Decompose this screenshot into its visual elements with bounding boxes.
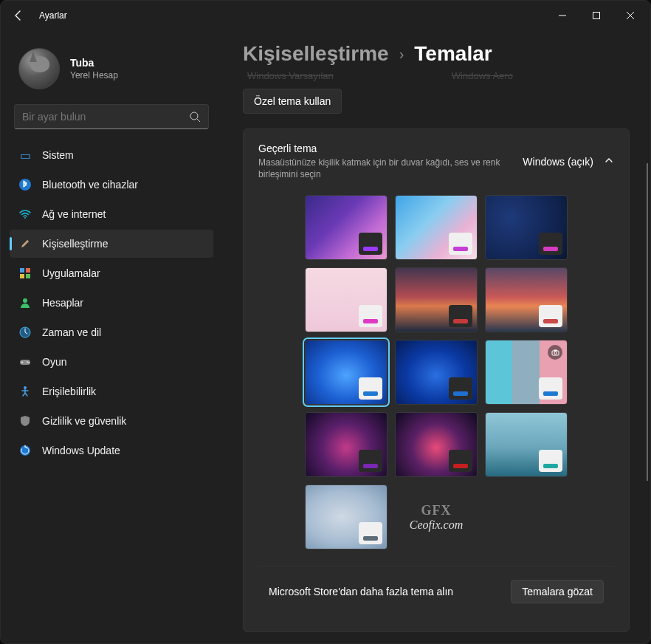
window-title: Ayarlar <box>39 10 67 21</box>
theme-tile[interactable] <box>395 195 478 260</box>
theme-tile[interactable] <box>395 412 478 477</box>
mode-badge-light <box>539 450 562 472</box>
svg-rect-15 <box>552 351 559 355</box>
theme-tile[interactable] <box>305 412 388 477</box>
nav-label: Erişilebilirlik <box>42 386 96 397</box>
theme-tile[interactable] <box>485 267 568 332</box>
nav-item-accounts[interactable]: Hesaplar <box>10 289 213 317</box>
svg-rect-4 <box>20 268 24 273</box>
mode-badge-dark <box>449 377 472 400</box>
accent-swatch <box>453 319 468 323</box>
accent-swatch <box>453 247 468 251</box>
accent-swatch <box>543 247 558 251</box>
svg-point-11 <box>27 361 28 363</box>
nav-label: Ağ ve internet <box>42 208 106 220</box>
minimize-button[interactable] <box>545 4 579 27</box>
back-button[interactable] <box>4 1 33 30</box>
breadcrumb-current: Temalar <box>414 42 492 66</box>
update-icon <box>18 444 32 457</box>
panel-footer: Microsoft Store'dan daha fazla tema alın… <box>258 566 614 617</box>
window-controls <box>545 4 647 27</box>
more-themes-text: Microsoft Store'dan daha fazla tema alın <box>269 586 453 597</box>
paintbrush-icon <box>18 237 32 250</box>
search-icon <box>189 111 201 123</box>
browse-themes-button[interactable]: Temalara gözat <box>511 580 604 603</box>
svg-point-16 <box>554 352 556 354</box>
mode-badge-light <box>359 305 382 327</box>
close-button[interactable] <box>613 4 647 27</box>
theme-tile[interactable] <box>305 267 388 332</box>
camera-icon <box>548 345 562 360</box>
theme-tile[interactable] <box>485 195 568 260</box>
system-icon: ▭ <box>18 148 32 162</box>
truncated-label: Windows Varsayılan <box>247 70 334 81</box>
mode-badge-dark <box>449 305 472 327</box>
svg-point-3 <box>24 217 26 219</box>
panel-subtitle: Masaüstünüze kişilik katmak için bir duv… <box>258 157 509 180</box>
maximize-button[interactable] <box>579 4 613 27</box>
panel-title: Geçerli tema <box>258 143 509 154</box>
watermark-bottom: Ceofix.com <box>410 518 463 532</box>
minimize-icon <box>559 12 566 19</box>
watermark-top: GFX <box>421 503 452 518</box>
theme-tile-selected[interactable] <box>305 340 388 405</box>
current-theme-panel: Geçerli tema Masaüstünüze kişilik katmak… <box>243 129 630 632</box>
gamepad-icon <box>18 355 32 369</box>
clock-globe-icon <box>18 326 32 339</box>
svg-rect-6 <box>20 274 24 278</box>
truncated-prev-row: Windows Varsayılan Windows Aero <box>247 70 630 81</box>
selected-theme-label: Windows (açık) <box>523 156 593 168</box>
accent-swatch <box>453 391 468 396</box>
nav-item-windowsupdate[interactable]: Windows Update <box>10 436 213 465</box>
svg-point-12 <box>28 362 30 363</box>
breadcrumb-parent[interactable]: Kişiselleştirme <box>243 42 389 66</box>
nav-item-timelang[interactable]: Zaman ve dil <box>10 318 213 346</box>
apps-icon <box>18 267 32 280</box>
person-icon <box>18 296 32 309</box>
mode-badge-light <box>359 522 382 544</box>
nav-label: Zaman ve dil <box>42 326 101 338</box>
search-input[interactable] <box>22 111 189 123</box>
theme-tile[interactable] <box>485 412 568 477</box>
mode-badge-light <box>359 377 382 400</box>
nav-item-network[interactable]: Ağ ve internet <box>10 200 213 228</box>
titlebar: Ayarlar <box>1 1 650 30</box>
custom-theme-button[interactable]: Özel tema kullan <box>243 89 342 114</box>
profile-block[interactable]: Tuba Yerel Hesap <box>7 42 216 101</box>
wifi-icon <box>18 208 32 221</box>
theme-tile[interactable] <box>305 195 388 260</box>
breadcrumb: Kişiselleştirme › Temalar <box>243 42 630 66</box>
nav-item-system[interactable]: ▭ Sistem <box>10 141 213 169</box>
nav-item-privacy[interactable]: Gizlilik ve güvenlik <box>10 407 213 435</box>
nav-item-gaming[interactable]: Oyun <box>10 348 213 376</box>
scrollbar[interactable] <box>647 163 648 481</box>
nav-item-personalization[interactable]: Kişiselleştirme <box>10 230 213 258</box>
svg-rect-17 <box>554 349 557 351</box>
close-icon <box>627 12 634 19</box>
svg-rect-7 <box>26 274 30 278</box>
theme-tile[interactable] <box>395 267 478 332</box>
mode-badge-dark <box>359 233 382 255</box>
panel-header[interactable]: Geçerli tema Masaüstünüze kişilik katmak… <box>258 143 614 180</box>
nav-item-accessibility[interactable]: Erişilebilirlik <box>10 377 213 405</box>
mode-badge-light <box>539 377 562 400</box>
theme-tile-spotlight[interactable] <box>485 340 568 405</box>
nav-item-apps[interactable]: Uygulamalar <box>10 259 213 287</box>
mode-badge-dark <box>359 450 382 472</box>
accent-swatch <box>543 391 558 396</box>
nav-item-bluetooth[interactable]: Bluetooth ve cihazlar <box>10 171 213 199</box>
profile-subtitle: Yerel Hesap <box>70 70 118 80</box>
mode-badge-dark <box>539 233 562 255</box>
chevron-up-icon[interactable] <box>604 155 614 168</box>
settings-window: Ayarlar Tuba Yerel Hesap <box>0 0 651 644</box>
nav-list: ▭ Sistem Bluetooth ve cihazlar Ağ ve int… <box>7 141 216 465</box>
theme-tile[interactable] <box>305 484 388 549</box>
truncated-label: Windows Aero <box>452 70 513 81</box>
accent-swatch <box>453 464 468 468</box>
accent-swatch <box>363 536 378 541</box>
nav-label: Oyun <box>42 356 66 368</box>
profile-name: Tuba <box>70 57 118 69</box>
search-box[interactable] <box>14 104 209 129</box>
accent-swatch <box>363 319 378 323</box>
theme-tile[interactable] <box>395 340 478 405</box>
